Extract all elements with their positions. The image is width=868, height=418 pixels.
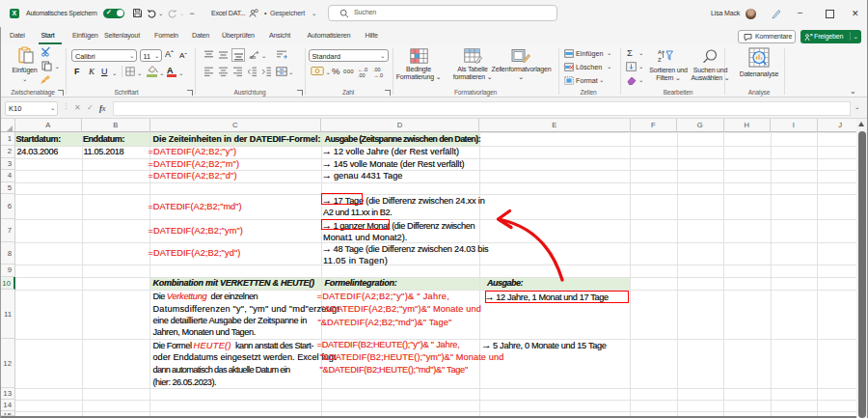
svg-text:Z: Z [658, 57, 662, 63]
svg-text:ab: ab [250, 54, 257, 60]
svg-text:A: A [658, 49, 662, 55]
